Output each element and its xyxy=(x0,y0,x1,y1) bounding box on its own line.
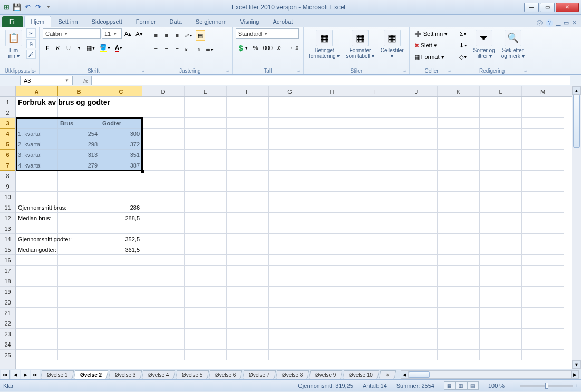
cell-L19[interactable] xyxy=(480,287,522,297)
cell-G22[interactable] xyxy=(269,318,311,329)
tab-view[interactable]: Visning xyxy=(234,16,266,27)
cell-B19[interactable] xyxy=(58,287,100,297)
scroll-up-icon[interactable]: ▲ xyxy=(572,86,581,95)
cell-styles-button[interactable]: ▦Cellestiler ▾ xyxy=(379,28,406,60)
cell-L24[interactable] xyxy=(480,339,522,350)
comma-button[interactable]: 000 xyxy=(262,43,274,53)
cell-D7[interactable] xyxy=(142,160,185,171)
cell-J18[interactable] xyxy=(395,276,438,287)
cell-E19[interactable] xyxy=(185,287,227,297)
save-icon[interactable]: 💾 xyxy=(13,3,21,12)
cell-C12[interactable]: 288,5 xyxy=(100,213,142,223)
minimize-ribbon-icon[interactable]: ⓥ xyxy=(537,19,543,27)
cell-J14[interactable] xyxy=(395,234,438,244)
tab-review[interactable]: Se gjennom xyxy=(189,16,234,27)
cell-A23[interactable] xyxy=(16,329,58,339)
cell-E24[interactable] xyxy=(185,339,227,350)
sheet-tab-3[interactable]: Øvelse 3 xyxy=(108,370,142,379)
number-format-combo[interactable]: Standard▼ xyxy=(236,28,299,39)
tab-home[interactable]: Hjem xyxy=(24,16,52,27)
cell-K6[interactable] xyxy=(438,150,480,160)
cell-I5[interactable] xyxy=(353,139,395,150)
cell-G1[interactable] xyxy=(269,97,311,107)
zoom-thumb[interactable] xyxy=(545,383,548,389)
cell-K25[interactable] xyxy=(438,350,480,360)
cell-M8[interactable] xyxy=(522,171,564,181)
cell-M24[interactable] xyxy=(522,339,564,350)
cell-E23[interactable] xyxy=(185,329,227,339)
cell-C21[interactable] xyxy=(100,308,142,318)
format-painter-button[interactable]: 🖌 xyxy=(26,50,36,59)
cell-C18[interactable] xyxy=(100,276,142,287)
row-header-21[interactable]: 21 xyxy=(0,308,15,318)
cell-D3[interactable] xyxy=(142,118,185,129)
cell-I7[interactable] xyxy=(353,160,395,171)
cell-J3[interactable] xyxy=(395,118,438,129)
cell-M4[interactable] xyxy=(522,129,564,139)
cell-G11[interactable] xyxy=(269,202,311,213)
row-header-1[interactable]: 1 xyxy=(0,97,15,107)
cell-A20[interactable] xyxy=(16,297,58,308)
cell-B23[interactable] xyxy=(58,329,100,339)
row-header-4[interactable]: 4 xyxy=(0,129,15,139)
column-header-D[interactable]: D xyxy=(142,86,185,96)
cell-H11[interactable] xyxy=(311,202,353,213)
cell-M14[interactable] xyxy=(522,234,564,244)
cell-M11[interactable] xyxy=(522,202,564,213)
row-header-18[interactable]: 18 xyxy=(0,276,15,287)
increase-font-button[interactable]: A▴ xyxy=(123,28,133,39)
cell-J8[interactable] xyxy=(395,171,438,181)
increase-decimal-button[interactable]: .0→ xyxy=(275,43,287,53)
cell-H14[interactable] xyxy=(311,234,353,244)
cell-K17[interactable] xyxy=(438,266,480,276)
cell-D20[interactable] xyxy=(142,297,185,308)
row-header-23[interactable]: 23 xyxy=(0,329,15,339)
cell-B7[interactable]: 279 xyxy=(58,160,100,171)
cell-C3[interactable]: Godter xyxy=(100,118,142,129)
cell-A17[interactable] xyxy=(16,266,58,276)
cell-D18[interactable] xyxy=(142,276,185,287)
cell-L1[interactable] xyxy=(480,97,522,107)
cell-A7[interactable]: 4. kvartal xyxy=(16,160,58,171)
cell-J5[interactable] xyxy=(395,139,438,150)
cell-H6[interactable] xyxy=(311,150,353,160)
cell-I24[interactable] xyxy=(353,339,395,350)
cell-E15[interactable] xyxy=(185,244,227,255)
row-header-3[interactable]: 3 xyxy=(0,118,15,129)
cell-L2[interactable] xyxy=(480,107,522,118)
column-header-G[interactable]: G xyxy=(269,86,311,96)
cell-I25[interactable] xyxy=(353,350,395,360)
cell-I9[interactable] xyxy=(353,181,395,192)
cell-A1[interactable]: Forbruk av brus og godter xyxy=(16,97,58,107)
cell-M22[interactable] xyxy=(522,318,564,329)
cell-L10[interactable] xyxy=(480,192,522,202)
align-middle-button[interactable]: ≡ xyxy=(162,30,171,41)
cell-K19[interactable] xyxy=(438,287,480,297)
cell-F23[interactable] xyxy=(227,329,269,339)
cell-A11[interactable]: Gjennomsnitt brus: xyxy=(16,202,58,213)
row-header-22[interactable]: 22 xyxy=(0,318,15,329)
cell-D5[interactable] xyxy=(142,139,185,150)
sheet-nav-last[interactable]: ⏭ xyxy=(31,370,40,379)
cell-K9[interactable] xyxy=(438,181,480,192)
cell-D19[interactable] xyxy=(142,287,185,297)
row-header-19[interactable]: 19 xyxy=(0,287,15,297)
cell-E4[interactable] xyxy=(185,129,227,139)
cell-M9[interactable] xyxy=(522,181,564,192)
scroll-thumb[interactable] xyxy=(573,95,580,148)
cell-H20[interactable] xyxy=(311,297,353,308)
cell-I8[interactable] xyxy=(353,171,395,181)
cell-A6[interactable]: 3. kvartal xyxy=(16,150,58,160)
cell-M23[interactable] xyxy=(522,329,564,339)
cell-K5[interactable] xyxy=(438,139,480,150)
cell-E20[interactable] xyxy=(185,297,227,308)
cell-B21[interactable] xyxy=(58,308,100,318)
cell-J23[interactable] xyxy=(395,329,438,339)
cell-J1[interactable] xyxy=(395,97,438,107)
row-header-9[interactable]: 9 xyxy=(0,181,15,192)
cell-C14[interactable]: 352,5 xyxy=(100,234,142,244)
cell-I13[interactable] xyxy=(353,223,395,234)
row-header-7[interactable]: 7 xyxy=(0,160,15,171)
cell-G2[interactable] xyxy=(269,107,311,118)
cell-G8[interactable] xyxy=(269,171,311,181)
